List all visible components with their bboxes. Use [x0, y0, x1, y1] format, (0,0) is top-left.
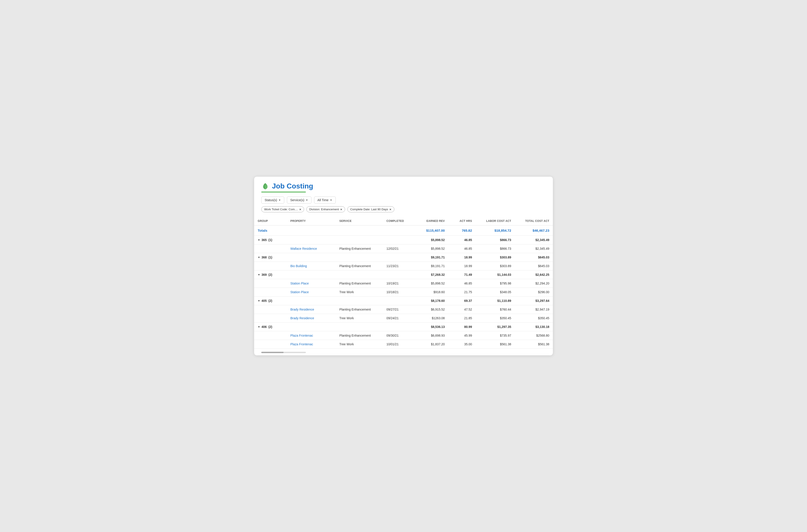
detail-act-hrs: 46.85: [448, 279, 476, 288]
detail-earned-rev: $5,898.52: [413, 244, 448, 253]
detail-service: Planting Enhancement: [336, 331, 383, 340]
detail-labor-cost: $866.73: [476, 244, 515, 253]
table-row: Brady Residence Planting Enhancement 09/…: [254, 305, 553, 314]
time-filter-label: All Time: [317, 198, 329, 202]
detail-labor-cost: $561.38: [476, 340, 515, 349]
group-service-empty: [336, 323, 383, 331]
group-expand-cell[interactable]: ▼ 365 (1): [254, 236, 287, 244]
group-row-405: ▼ 405 (2) $8,178.60 69.37 $1,110.89 $3,2…: [254, 297, 553, 305]
group-id-label: 365 (1): [261, 238, 272, 242]
chevron-down-icon: ▼: [258, 239, 260, 241]
group-expand-cell[interactable]: ▼ 369 (2): [254, 270, 287, 279]
property-link[interactable]: Station Place: [291, 290, 309, 294]
totals-earned-rev: $115,407.00: [413, 225, 448, 236]
status-filter-dropdown[interactable]: Status(s) ▼: [261, 196, 284, 204]
group-labor-cost: $1,110.89: [476, 297, 515, 305]
property-link[interactable]: Station Place: [291, 282, 309, 285]
detail-property[interactable]: Station Place: [287, 288, 336, 297]
group-property-empty: [287, 253, 336, 262]
horizontal-scrollbar-thumb[interactable]: [261, 352, 283, 353]
table-row: Plaza Frontenac Planting Enhancement 09/…: [254, 331, 553, 340]
detail-act-hrs: 21.85: [448, 314, 476, 323]
table-body: Totals $115,407.00 765.82 $18,854.72 $46…: [254, 225, 553, 349]
detail-group-empty: [254, 340, 287, 349]
detail-property[interactable]: Plaza Frontenac: [287, 331, 336, 340]
detail-act-hrs: 47.52: [448, 305, 476, 314]
group-row-406: ▼ 406 (2) $8,536.13 80.99 $1,297.35 $3,1…: [254, 323, 553, 331]
detail-completed: 09/30/21: [383, 331, 413, 340]
detail-earned-rev: $6,915.52: [413, 305, 448, 314]
service-filter-label: Service(s): [290, 198, 304, 202]
col-header-act-hrs: ACT HRS: [448, 217, 476, 225]
app-logo-icon: [261, 182, 269, 190]
chips-row: Work Ticket Code: Com.... × Division: En…: [261, 206, 546, 212]
property-link[interactable]: Plaza Frontenac: [291, 334, 313, 337]
detail-act-hrs: 46.85: [448, 244, 476, 253]
group-property-empty: [287, 323, 336, 331]
detail-earned-rev: $5,898.52: [413, 279, 448, 288]
group-id-label: 405 (2): [261, 299, 272, 303]
property-link[interactable]: Plaza Frontenac: [291, 342, 313, 346]
property-link[interactable]: Brady Residence: [291, 316, 314, 320]
detail-service: Planting Enhancement: [336, 244, 383, 253]
group-id-label: 369 (2): [261, 273, 272, 277]
chip-work-ticket-label: Work Ticket Code: Com....: [264, 208, 298, 211]
status-chevron-icon: ▼: [278, 199, 281, 202]
chip-complete-date[interactable]: Complete Date: Last 90 Days ×: [347, 206, 395, 212]
page-title: Job Costing: [272, 182, 313, 190]
group-total-cost: $645.03: [515, 253, 553, 262]
property-link[interactable]: Wallace Residence: [291, 247, 317, 250]
group-row-369: ▼ 369 (2) $7,268.32 71.49 $1,144.03 $2,6…: [254, 270, 553, 279]
totals-labor-cost: $18,854.72: [476, 225, 515, 236]
property-link[interactable]: Brady Residence: [291, 308, 314, 311]
detail-completed: 12/02/21: [383, 244, 413, 253]
property-link[interactable]: Bio Building: [291, 264, 307, 268]
title-underline: [261, 192, 306, 192]
detail-property[interactable]: Plaza Frontenac: [287, 340, 336, 349]
group-earned-rev: $5,898.52: [413, 236, 448, 244]
totals-label: Totals: [254, 225, 413, 236]
logo-title-row: Job Costing: [261, 182, 546, 190]
group-completed-empty: [383, 323, 413, 331]
group-earned-rev: $8,178.60: [413, 297, 448, 305]
detail-labor-cost: $303.89: [476, 262, 515, 270]
col-header-completed: COMPLETED: [383, 217, 413, 225]
totals-row: Totals $115,407.00 765.82 $18,854.72 $46…: [254, 225, 553, 236]
detail-service: Tree Work: [336, 340, 383, 349]
detail-labor-cost: $795.98: [476, 279, 515, 288]
detail-property[interactable]: Bio Building: [287, 262, 336, 270]
detail-total-cost: $645.03: [515, 262, 553, 270]
detail-completed: 10/19/21: [383, 279, 413, 288]
table-row: Brady Residence Tree Work 09/24/21 $1263…: [254, 314, 553, 323]
time-filter-dropdown[interactable]: All Time ▼: [314, 196, 336, 204]
col-header-labor-cost: LABOR COST ACT: [476, 217, 515, 225]
detail-total-cost: $2,294.20: [515, 279, 553, 288]
horizontal-scrollbar-track[interactable]: [261, 352, 306, 353]
detail-total-cost: $2568.80: [515, 331, 553, 340]
chip-work-ticket-remove[interactable]: ×: [299, 208, 301, 211]
chevron-down-icon: ▼: [258, 273, 260, 276]
chip-division[interactable]: Division: Enhancement ×: [306, 206, 345, 212]
detail-labor-cost: $760.44: [476, 305, 515, 314]
group-expand-cell[interactable]: ▼ 368 (1): [254, 253, 287, 262]
detail-property[interactable]: Wallace Residence: [287, 244, 336, 253]
group-earned-rev: $9,191.71: [413, 253, 448, 262]
group-act-hrs: 80.99: [448, 323, 476, 331]
detail-property[interactable]: Brady Residence: [287, 305, 336, 314]
detail-property[interactable]: Brady Residence: [287, 314, 336, 323]
group-id-label: 368 (1): [261, 255, 272, 259]
status-filter-label: Status(s): [264, 198, 277, 202]
detail-total-cost: $561.38: [515, 340, 553, 349]
group-expand-cell[interactable]: ▼ 406 (2): [254, 323, 287, 331]
group-expand-cell[interactable]: ▼ 405 (2): [254, 297, 287, 305]
service-filter-dropdown[interactable]: Service(s) ▼: [287, 196, 311, 204]
chip-work-ticket[interactable]: Work Ticket Code: Com.... ×: [261, 206, 304, 212]
group-service-empty: [336, 236, 383, 244]
detail-completed: 09/24/21: [383, 314, 413, 323]
detail-earned-rev: $6,698.93: [413, 331, 448, 340]
chip-complete-date-remove[interactable]: ×: [389, 208, 391, 211]
detail-property[interactable]: Station Place: [287, 279, 336, 288]
chip-division-remove[interactable]: ×: [340, 208, 342, 211]
group-act-hrs: 71.49: [448, 270, 476, 279]
group-property-empty: [287, 236, 336, 244]
